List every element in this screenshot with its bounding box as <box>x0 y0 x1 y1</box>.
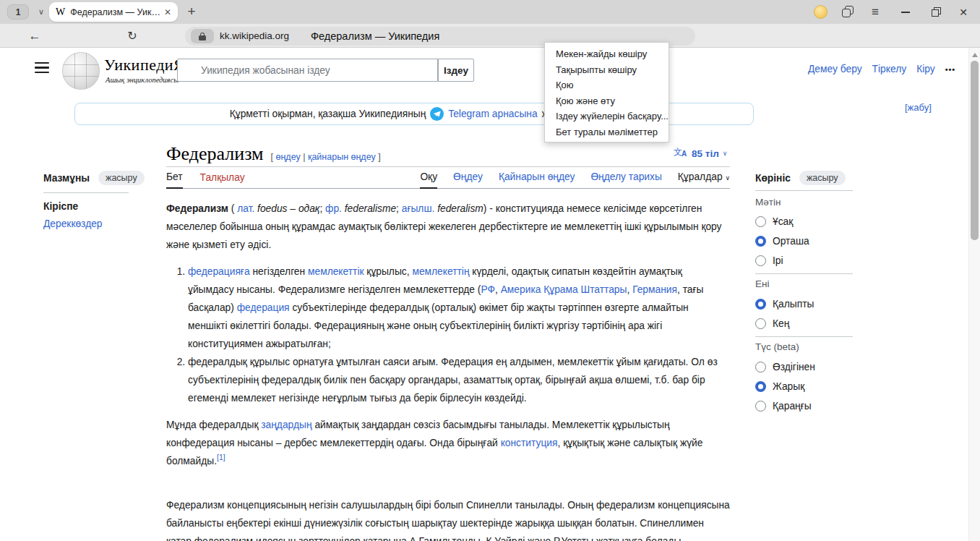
paragraph: Мұнда федералдық заңдардың аймақтық заңд… <box>166 416 730 470</box>
tab-list-chevron-icon[interactable]: ∨ <box>33 4 49 20</box>
divider <box>755 190 853 191</box>
language-selector[interactable]: 文A 85 тіл ∨ <box>674 148 727 159</box>
section-width-label: Ені <box>755 278 769 289</box>
section-text-label: Мәтін <box>755 197 781 208</box>
wiki-link[interactable]: федерацияға <box>188 266 250 277</box>
tab-tools[interactable]: Құралдар ∨ <box>678 171 730 188</box>
search-button[interactable]: Іздеу <box>438 59 474 82</box>
scroll-up-icon[interactable] <box>972 53 978 57</box>
tab-read[interactable]: Оқу <box>420 171 437 189</box>
browser-tab[interactable]: W Федерализм — Уикипе ✕ <box>49 2 178 22</box>
radio-icon[interactable] <box>755 318 766 329</box>
toc-item-references[interactable]: Дереккөздер <box>43 218 145 229</box>
menu-item-paste-and-go[interactable]: Қою және өту <box>545 93 669 109</box>
donate-link[interactable]: Демеу беру <box>808 64 862 74</box>
header-links: Демеу беру Тіркелу Кіру ••• <box>808 64 955 74</box>
wiki-link[interactable]: фр. <box>325 203 342 214</box>
radio-color-dark[interactable]: Қараңғы <box>755 399 812 413</box>
list-item: федералдық құрылыс орнатуға ұмтылған сая… <box>188 353 730 407</box>
register-link[interactable]: Тіркелу <box>872 64 907 74</box>
tab-talk[interactable]: Талқылау <box>200 172 245 188</box>
page-title: Федерализм <box>166 143 264 165</box>
wiki-link[interactable]: РФ <box>481 284 495 295</box>
address-bar-page-title: Федерализм — Уикипедия <box>311 30 439 42</box>
radio-icon[interactable] <box>755 236 766 247</box>
radio-icon[interactable] <box>755 255 766 266</box>
radio-icon[interactable] <box>755 299 766 310</box>
wiki-link[interactable]: федерация <box>237 302 290 313</box>
tab-counter[interactable]: 1 <box>7 4 29 20</box>
toc-item-intro[interactable]: Кіріспе <box>43 201 145 212</box>
new-tab-button[interactable]: + <box>182 1 201 21</box>
reference-link[interactable]: [1] <box>217 453 225 461</box>
appearance-title: Көрініс <box>755 173 791 184</box>
banner-text: Құрметті оқырман, қазақша Уикипедияның <box>230 108 426 119</box>
tab-title: Федерализм — Уикипе <box>70 7 161 17</box>
menu-item-page-info[interactable]: Бет туралы мәліметтер <box>545 124 669 140</box>
menu-item-manage-search-engines[interactable]: Іздеу жүйелерін басқару... <box>545 108 669 124</box>
article-tabbar: Бет Талқылау Оқу Өңдеу Қайнарын өңдеу Өң… <box>166 168 730 189</box>
url-domain: kk.wikipedia.org <box>220 30 289 41</box>
tab-edit[interactable]: Өңдеу <box>453 171 483 188</box>
edit-source-link[interactable]: қайнарын өңдеу <box>308 152 376 162</box>
radio-text-large[interactable]: Ірі <box>755 253 783 268</box>
close-window-button[interactable]: ✕ <box>953 0 974 24</box>
tab-close-icon[interactable]: ✕ <box>164 7 171 17</box>
login-link[interactable]: Кіру <box>916 64 935 74</box>
toc-hide-button[interactable]: жасыру <box>98 171 145 185</box>
radio-icon[interactable] <box>755 216 766 227</box>
edit-link[interactable]: өңдеу <box>276 152 301 162</box>
radio-text-small[interactable]: Ұсақ <box>755 214 793 229</box>
title-divider <box>166 166 730 167</box>
divider <box>755 273 853 274</box>
wiki-link[interactable]: Америка Құрама Штаттары <box>501 284 627 295</box>
radio-width-wide[interactable]: Кең <box>755 316 789 331</box>
radio-color-auto[interactable]: Өздігінен <box>755 359 815 374</box>
wikipedia-favicon-icon: W <box>56 7 65 18</box>
chevron-down-icon: ∨ <box>725 174 730 182</box>
wiki-link[interactable]: мемлекеттің <box>412 266 469 277</box>
tab-count: 1 <box>16 7 21 17</box>
tab-history[interactable]: Өңделу тарихы <box>590 171 661 188</box>
site-security-chip[interactable] <box>191 29 214 43</box>
wiki-hamburger-icon[interactable] <box>35 62 51 74</box>
reload-button[interactable]: ↻ <box>121 24 143 48</box>
banner-close-link[interactable]: [жабу] <box>905 102 932 113</box>
telegram-channel-link[interactable]: Telegram арнасына <box>448 108 537 119</box>
scrollbar-thumb[interactable] <box>971 61 979 240</box>
search-input[interactable] <box>177 59 438 82</box>
wiki-tagline: Ашық энциклопедиясы <box>106 76 179 84</box>
tab-edit-source[interactable]: Қайнарын өңдеу <box>499 171 575 188</box>
radio-color-light[interactable]: Жарық <box>755 379 804 393</box>
radio-icon[interactable] <box>755 401 766 412</box>
minimize-button[interactable] <box>895 0 916 24</box>
wiki-link[interactable]: мемлекеттік <box>308 266 364 277</box>
wiki-link[interactable]: заңдардың <box>261 419 311 430</box>
vertical-scrollbar[interactable] <box>968 48 980 541</box>
wiki-link[interactable]: конституция <box>501 438 558 448</box>
restore-button[interactable] <box>925 0 947 24</box>
page-content: УикипедиЯ Ашық энциклопедиясы Іздеу Деме… <box>0 48 968 541</box>
wiki-wordmark[interactable]: УикипедиЯ <box>104 56 184 74</box>
radio-icon[interactable] <box>755 362 766 372</box>
browser-menu-icon[interactable]: ≡ <box>864 0 886 24</box>
appearance-hide-button[interactable]: жасыру <box>799 171 846 185</box>
wiki-link[interactable]: лат. <box>237 203 254 214</box>
profile-avatar[interactable] <box>814 5 828 19</box>
menu-item-paste[interactable]: Қою <box>545 77 669 93</box>
wiki-link[interactable]: ағылш. <box>402 203 435 214</box>
wiki-link[interactable]: Германия <box>632 284 677 295</box>
tab-article[interactable]: Бет <box>166 171 183 189</box>
list-item: федерацияға негізделген мемлекеттік құры… <box>188 263 730 353</box>
header-more-icon[interactable]: ••• <box>945 65 956 74</box>
menu-item-copy-title[interactable]: Тақырыпты көшіру <box>545 62 669 78</box>
wikipedia-logo[interactable] <box>62 52 100 90</box>
radio-width-standard[interactable]: Қалыпты <box>755 297 814 311</box>
back-button[interactable]: ← <box>24 24 46 48</box>
radio-text-standard[interactable]: Орташа <box>755 234 809 248</box>
definition-list: федерацияға негізделген мемлекеттік құры… <box>166 263 730 407</box>
menu-item-copy-address[interactable]: Мекен-жайды көшіру <box>545 46 669 62</box>
radio-icon[interactable] <box>755 381 766 392</box>
tab-panels-icon[interactable] <box>842 6 854 18</box>
toc-title: Мазмұны <box>43 173 90 184</box>
